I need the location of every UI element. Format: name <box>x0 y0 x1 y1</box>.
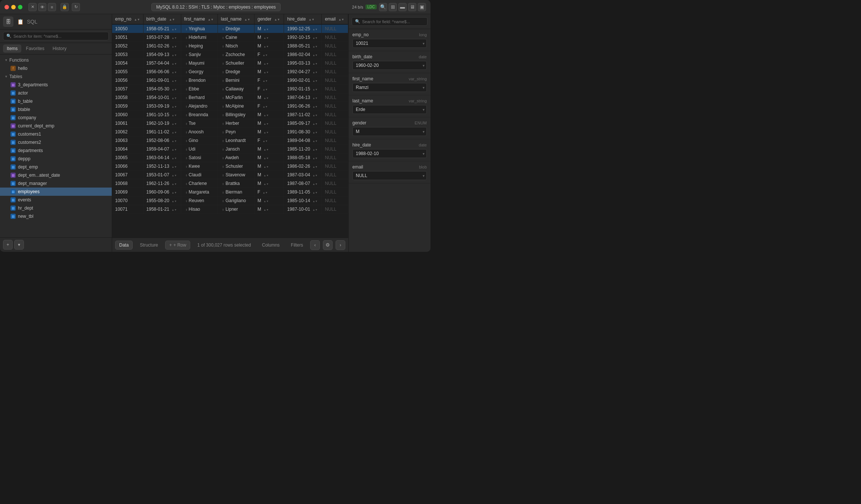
list-item[interactable]: ▦ deppp <box>0 155 112 163</box>
list-item[interactable]: ▦ actor <box>0 89 112 97</box>
table-cell-birth_date[interactable]: 1962-11-26 ▲▼ <box>143 179 181 188</box>
table-cell-emp_no[interactable]: 10057 <box>112 85 143 93</box>
table-cell-emp_no[interactable]: 10052 <box>112 42 143 50</box>
table-cell-hire_date[interactable]: 1985-09-17 ▲▼ <box>284 119 322 128</box>
table-cell-last_name[interactable]: ⇕ Nitsch <box>218 42 254 50</box>
close-icon[interactable]: ✕ <box>28 3 37 11</box>
table-cell-emp_no[interactable]: 10061 <box>112 119 143 128</box>
terminal-icon[interactable]: ▣ <box>418 3 426 11</box>
table-cell-hire_date[interactable]: 1987-10-01 ▲▼ <box>284 205 322 214</box>
maximize-button[interactable] <box>18 5 22 9</box>
list-item[interactable]: ▦ company <box>0 114 112 122</box>
table-cell-email[interactable]: NULL <box>322 76 348 85</box>
table-cell-last_name[interactable]: ⇕ Stavenow <box>218 171 254 179</box>
monitor-icon[interactable]: 🖥 <box>408 3 416 11</box>
table-cell-emp_no[interactable]: 10070 <box>112 197 143 205</box>
table-cell-last_name[interactable]: ⇕ Bernini <box>218 76 254 85</box>
sidebar-tab-items[interactable]: Items <box>3 44 21 53</box>
field-value-input[interactable] <box>352 61 427 70</box>
table-row[interactable]: 100651963-04-14 ▲▼⇕ Satosi⇕ AwdehM ▲▼198… <box>112 154 348 162</box>
table-cell-birth_date[interactable]: 1953-07-28 ▲▼ <box>143 33 181 42</box>
table-cell-email[interactable]: NULL <box>322 128 348 136</box>
table-cell-birth_date[interactable]: 1960-09-06 ▲▼ <box>143 188 181 197</box>
table-cell-birth_date[interactable]: 1953-01-07 ▲▼ <box>143 171 181 179</box>
table-cell-hire_date[interactable]: 1995-03-13 ▲▼ <box>284 59 322 68</box>
table-cell-last_name[interactable]: ⇕ Dredge <box>218 68 254 76</box>
list-item[interactable]: ▦ departments <box>0 146 112 155</box>
table-cell-gender[interactable]: M ▲▼ <box>254 179 284 188</box>
settings-button[interactable]: ⚙ <box>323 240 333 250</box>
table-row[interactable]: 100541957-04-04 ▲▼⇕ Mayumi⇕ SchuellerM ▲… <box>112 59 348 68</box>
add-row-button[interactable]: + + Row <box>165 241 190 250</box>
field-value-input[interactable] <box>352 149 427 158</box>
table-cell-hire_date[interactable]: 1987-08-07 ▲▼ <box>284 179 322 188</box>
table-cell-email[interactable]: NULL <box>322 136 348 145</box>
table-cell-emp_no[interactable]: 10059 <box>112 102 143 111</box>
table-cell-first_name[interactable]: ⇕ Sanjiv <box>181 50 218 59</box>
table-cell-emp_no[interactable]: 10054 <box>112 59 143 68</box>
table-cell-birth_date[interactable]: 1954-09-13 ▲▼ <box>143 50 181 59</box>
table-cell-gender[interactable]: F ▲▼ <box>254 102 284 111</box>
table-cell-last_name[interactable]: ⇕ Schusler <box>218 162 254 171</box>
table-row[interactable]: 100691960-09-06 ▲▼⇕ Margareta⇕ BiermanF … <box>112 188 348 197</box>
table-cell-last_name[interactable]: ⇕ McAlpine <box>218 102 254 111</box>
table-cell-hire_date[interactable]: 1987-03-04 ▲▼ <box>284 171 322 179</box>
refresh-icon[interactable]: ↻ <box>72 3 80 11</box>
table-row[interactable]: 100521961-02-26 ▲▼⇕ Heping⇕ NitschM ▲▼19… <box>112 42 348 50</box>
table-container[interactable]: emp_no ▲▼ birth_date ▲▼ first_name ▲▼ <box>112 14 348 238</box>
sidebar-search-input[interactable] <box>13 34 105 38</box>
minimize-button[interactable] <box>11 5 16 9</box>
col-first-name[interactable]: first_name ▲▼ <box>181 14 218 24</box>
columns-button[interactable]: Columns <box>258 241 284 250</box>
table-cell-gender[interactable]: F ▲▼ <box>254 188 284 197</box>
table-cell-last_name[interactable]: ⇕ Awdeh <box>218 154 254 162</box>
table-cell-email[interactable]: NULL <box>322 111 348 119</box>
table-cell-email[interactable]: NULL <box>322 42 348 50</box>
table-row[interactable]: 100641959-04-07 ▲▼⇕ Udi⇕ JanschM ▲▼1985-… <box>112 145 348 154</box>
table-cell-email[interactable]: NULL <box>322 179 348 188</box>
table-cell-last_name[interactable]: ⇕ Bierman <box>218 188 254 197</box>
table-cell-emp_no[interactable]: 10068 <box>112 179 143 188</box>
list-item[interactable]: ▦ dept_emp <box>0 163 112 171</box>
table-row[interactable]: 100681962-11-26 ▲▼⇕ Charlene⇕ BrattkaM ▲… <box>112 179 348 188</box>
table-cell-first_name[interactable]: ⇕ Brendon <box>181 76 218 85</box>
table-cell-last_name[interactable]: ⇕ Callaway <box>218 85 254 93</box>
list-item[interactable]: ▦ new_tbl <box>0 212 112 220</box>
chevron-down-button[interactable]: ▾ <box>14 240 24 250</box>
table-cell-first_name[interactable]: ⇕ Alejandro <box>181 102 218 111</box>
table-cell-first_name[interactable]: ⇕ Anoosh <box>181 128 218 136</box>
table-row[interactable]: 100511953-07-28 ▲▼⇕ Hidefumi⇕ CaineM ▲▼1… <box>112 33 348 42</box>
table-cell-hire_date[interactable]: 1991-06-26 ▲▼ <box>284 102 322 111</box>
list-item[interactable]: ▦ dept_manager <box>0 179 112 188</box>
table-cell-birth_date[interactable]: 1952-08-06 ▲▼ <box>143 136 181 145</box>
table-cell-last_name[interactable]: ⇕ Schueller <box>218 59 254 68</box>
list-item[interactable]: ▦ 3_departments <box>0 81 112 89</box>
list-icon[interactable]: ≡ <box>48 3 56 11</box>
sidebar-item-employees[interactable]: ▦ employees <box>0 188 112 196</box>
sidebar-tab-database[interactable]: 🗄 <box>3 16 13 27</box>
table-cell-last_name[interactable]: ⇕ Lipner <box>218 205 254 214</box>
col-emp-no[interactable]: emp_no ▲▼ <box>112 14 143 24</box>
table-cell-hire_date[interactable]: 1991-08-30 ▲▼ <box>284 128 322 136</box>
table-cell-hire_date[interactable]: 1990-02-01 ▲▼ <box>284 76 322 85</box>
table-cell-birth_date[interactable]: 1952-11-13 ▲▼ <box>143 162 181 171</box>
table-cell-email[interactable]: NULL <box>322 85 348 93</box>
table-cell-first_name[interactable]: ⇕ Claudi <box>181 171 218 179</box>
table-cell-email[interactable]: NULL <box>322 24 348 33</box>
table-cell-hire_date[interactable]: 1987-04-13 ▲▼ <box>284 93 322 102</box>
table-cell-last_name[interactable]: ⇕ Billingsley <box>218 111 254 119</box>
table-row[interactable]: 100501958-05-21 ▲▼⇕ Yinghua⇕ DredgeM ▲▼1… <box>112 24 348 33</box>
table-cell-emp_no[interactable]: 10060 <box>112 111 143 119</box>
col-gender[interactable]: gender ▲▼ <box>254 14 284 24</box>
col-hire-date[interactable]: hire_date ▲▼ <box>284 14 322 24</box>
table-cell-emp_no[interactable]: 10056 <box>112 76 143 85</box>
battery-icon[interactable]: ▬ <box>398 3 407 11</box>
table-cell-gender[interactable]: M ▲▼ <box>254 154 284 162</box>
table-cell-emp_no[interactable]: 10051 <box>112 33 143 42</box>
table-cell-gender[interactable]: M ▲▼ <box>254 197 284 205</box>
table-cell-first_name[interactable]: ⇕ Berhard <box>181 93 218 102</box>
table-cell-first_name[interactable]: ⇕ Tse <box>181 119 218 128</box>
table-cell-hire_date[interactable]: 1985-10-14 ▲▼ <box>284 197 322 205</box>
add-button[interactable]: + <box>3 240 13 250</box>
table-cell-hire_date[interactable]: 1988-05-21 ▲▼ <box>284 42 322 50</box>
